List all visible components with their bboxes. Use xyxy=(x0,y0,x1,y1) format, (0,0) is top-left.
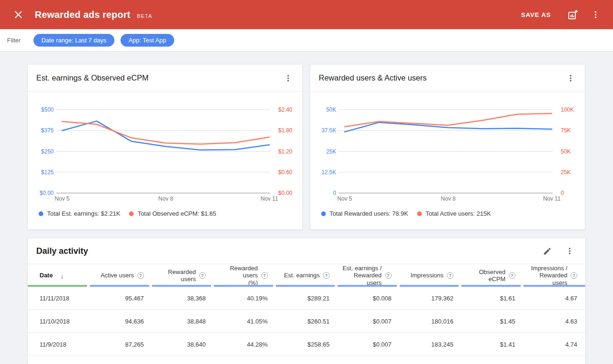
help-icon[interactable]: ? xyxy=(261,272,268,279)
charts-row: Est. earnings & Observed eCPM $0.00$0.00… xyxy=(27,64,586,230)
table-cell: 94,636 xyxy=(90,310,152,332)
add-chart-button[interactable] xyxy=(567,8,579,21)
save-as-button[interactable]: SAVE AS xyxy=(521,11,551,18)
close-icon xyxy=(14,10,23,19)
help-icon[interactable]: ? xyxy=(199,272,206,279)
card-header: Est. earnings & Observed eCPM xyxy=(28,65,302,92)
x-axis-tick: Nov 11 xyxy=(543,195,560,202)
table-cell: $0.008 xyxy=(338,287,400,309)
column-header-est-earnings-rewarded-users[interactable]: Est. earnings / Rewarded users? xyxy=(338,264,400,287)
legend-dot xyxy=(417,211,422,216)
report-content: Est. earnings & Observed eCPM $0.00$0.00… xyxy=(0,52,613,364)
column-header-impressions[interactable]: Impressions? xyxy=(400,264,462,287)
table-menu-button[interactable] xyxy=(564,245,576,257)
table-title: Daily activity xyxy=(36,246,88,256)
right-axis-tick: 75K xyxy=(561,127,571,134)
table-row: 11/11/201895,46738,36840.19%$289.21$0.00… xyxy=(28,287,585,310)
x-axis-tick: Nov 5 xyxy=(337,195,352,202)
legend-item: Total Rewarded users: 78.9K xyxy=(321,210,408,217)
close-button[interactable] xyxy=(12,8,24,21)
appbar-overflow-menu-button[interactable] xyxy=(589,8,602,21)
table-cell: 4.67 xyxy=(524,287,586,309)
column-header-rewarded-users[interactable]: Rewarded users? xyxy=(152,264,214,287)
right-axis-tick: $2.40 xyxy=(278,106,292,113)
line-chart-earnings-ecpm: $0.00$0.00$125$0.60$250$1.20$375$1.80$50… xyxy=(28,92,303,206)
filter-chip-app[interactable]: App: Test App xyxy=(121,34,174,47)
card-title: Est. earnings & Observed eCPM xyxy=(36,73,148,82)
filter-chips: Date range: Last 7 daysApp: Test App xyxy=(33,34,180,47)
help-icon[interactable]: ? xyxy=(447,272,453,279)
legend-dot xyxy=(129,211,134,216)
table-cell: $0.007 xyxy=(338,333,400,356)
x-axis-tick: Nov 8 xyxy=(158,195,173,202)
table-cell: 4.63 xyxy=(524,310,586,332)
card-menu-button[interactable] xyxy=(565,73,576,84)
right-axis-tick: 100K xyxy=(561,106,574,113)
table-cell: 38,640 xyxy=(152,333,214,356)
edit-table-button[interactable] xyxy=(541,245,553,257)
column-label: Date xyxy=(40,272,53,279)
filter-chip-date-range[interactable]: Date range: Last 7 days xyxy=(33,34,114,47)
card-menu-button[interactable] xyxy=(282,73,294,84)
more-vert-icon xyxy=(284,74,292,82)
column-label: Rewarded users xyxy=(152,268,196,283)
table-cell: 11/9/2018 xyxy=(28,333,90,356)
filter-label: Filter xyxy=(7,37,21,44)
x-axis-tick: Nov 5 xyxy=(55,195,70,202)
table-cell: 40.19% xyxy=(214,287,276,309)
column-underline xyxy=(90,285,149,287)
column-header-est-earnings[interactable]: Est. earnings? xyxy=(276,264,338,287)
column-underline xyxy=(400,285,459,287)
more-vert-icon xyxy=(566,74,575,82)
legend-label: Total Active users: 215K xyxy=(426,210,491,217)
x-axis-tick: Nov 11 xyxy=(260,195,278,202)
title-group: Rewarded ads report BETA xyxy=(35,9,152,20)
chart-legend: Total Rewarded users: 78.9KTotal Active … xyxy=(310,210,585,217)
help-icon[interactable]: ? xyxy=(509,272,516,279)
help-icon[interactable]: ? xyxy=(571,272,577,279)
column-underline xyxy=(152,285,211,287)
column-underline xyxy=(214,285,273,287)
filter-bar: Filter Date range: Last 7 daysApp: Test … xyxy=(0,29,613,52)
table-cell: 183,245 xyxy=(400,333,462,356)
table-cell: 95,467 xyxy=(90,287,152,309)
sort-desc-icon: ↓ xyxy=(60,272,64,280)
table-cell: $1.61 xyxy=(461,287,524,309)
table-cell: $258.65 xyxy=(276,333,338,356)
legend-label: Total Est. earnings: $2.21K xyxy=(47,210,120,217)
table-header-bar: Daily activity xyxy=(28,238,585,264)
table-cell: $1.45 xyxy=(461,310,524,332)
right-axis-tick: 25K xyxy=(561,169,571,176)
x-axis-tick: Nov 8 xyxy=(441,195,456,202)
left-axis-tick: $125 xyxy=(41,169,54,176)
table-cell: 4.74 xyxy=(524,333,586,356)
column-header-impressions-rewarded-users[interactable]: Impressions / Rewarded users? xyxy=(524,264,586,287)
column-header-active-users[interactable]: Active users? xyxy=(90,264,152,287)
table-cell: 41.05% xyxy=(214,310,276,332)
right-axis-tick: 0 xyxy=(561,190,564,196)
column-label: Impressions xyxy=(411,272,444,279)
column-header-observed-ecpm[interactable]: Observed eCPM? xyxy=(461,264,524,287)
column-label: Impressions / Rewarded users xyxy=(524,265,568,286)
column-header-rewarded-users[interactable]: Rewarded users (%)? xyxy=(214,264,276,287)
table-cell: 44.28% xyxy=(214,333,276,356)
beta-badge: BETA xyxy=(137,13,153,19)
table-cell: 180,016 xyxy=(400,310,462,332)
column-header-date[interactable]: Date↓ xyxy=(28,264,90,287)
help-icon[interactable]: ? xyxy=(323,272,330,279)
left-axis-tick: $375 xyxy=(41,127,54,134)
table-cell: $1.41 xyxy=(461,333,524,356)
column-label: Rewarded users (%) xyxy=(214,265,258,286)
help-icon[interactable]: ? xyxy=(137,272,144,279)
left-axis-tick: 0 xyxy=(333,190,336,196)
column-label: Est. earnings / Rewarded users xyxy=(338,265,382,286)
right-axis-tick: $0.60 xyxy=(278,169,292,176)
more-vert-icon xyxy=(591,10,600,19)
column-label: Observed eCPM xyxy=(461,268,506,283)
table-cell: 38,368 xyxy=(152,287,214,309)
help-icon[interactable]: ? xyxy=(385,272,392,279)
column-label: Active users xyxy=(101,272,134,279)
table-body: 11/11/201895,46738,36840.19%$289.21$0.00… xyxy=(28,287,585,364)
left-axis-tick: 25K xyxy=(326,148,336,155)
legend-item: Total Observed eCPM: $1.65 xyxy=(129,210,216,217)
